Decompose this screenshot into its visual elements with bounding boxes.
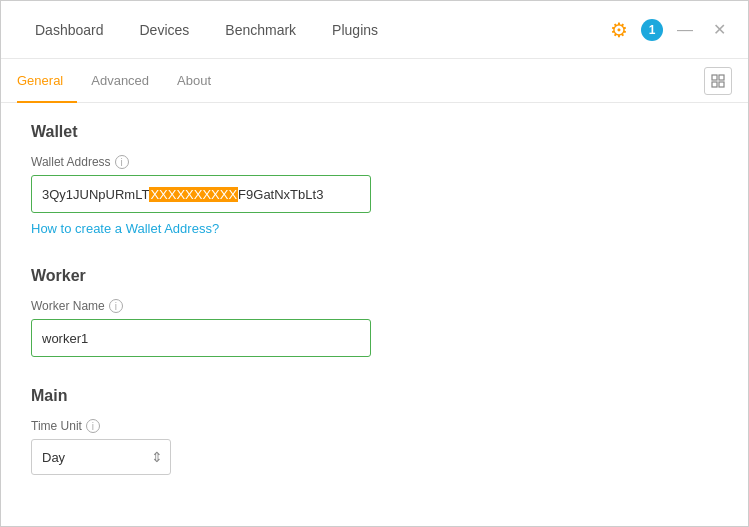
title-bar: Dashboard Devices Benchmark Plugins ⚙ 1 …	[1, 1, 748, 59]
worker-name-input[interactable]	[31, 319, 371, 357]
grid-view-button[interactable]	[704, 67, 732, 95]
content-area: Wallet Wallet Address i 3Qy1JUNpURmLTXXX…	[1, 103, 748, 526]
nav-items: Dashboard Devices Benchmark Plugins	[17, 1, 605, 59]
tab-general[interactable]: General	[17, 59, 77, 103]
tab-advanced[interactable]: Advanced	[77, 59, 163, 103]
create-wallet-link[interactable]: How to create a Wallet Address?	[31, 221, 219, 236]
time-unit-info-icon[interactable]: i	[86, 419, 100, 433]
time-unit-select-wrapper: Day Hour Week ⇕	[31, 439, 171, 475]
nav-item-plugins[interactable]: Plugins	[314, 1, 396, 59]
settings-button[interactable]: ⚙	[605, 16, 633, 44]
wallet-section-title: Wallet	[31, 123, 718, 141]
gear-icon: ⚙	[610, 18, 628, 42]
wallet-section: Wallet Wallet Address i 3Qy1JUNpURmLTXXX…	[31, 123, 718, 237]
svg-rect-3	[719, 82, 724, 87]
main-section-title: Main	[31, 387, 718, 405]
worker-section: Worker Worker Name i	[31, 267, 718, 357]
nav-item-benchmark[interactable]: Benchmark	[207, 1, 314, 59]
worker-name-info-icon[interactable]: i	[109, 299, 123, 313]
svg-rect-2	[712, 82, 717, 87]
content-scroll[interactable]: Wallet Wallet Address i 3Qy1JUNpURmLTXXX…	[1, 103, 748, 526]
svg-rect-0	[712, 75, 717, 80]
worker-section-title: Worker	[31, 267, 718, 285]
wallet-address-display[interactable]: 3Qy1JUNpURmLTXXXXXXXXXXF9GatNxTbLt3	[31, 175, 371, 213]
time-unit-select[interactable]: Day Hour Week	[31, 439, 171, 475]
title-bar-actions: ⚙ 1 — ✕	[605, 16, 732, 44]
tab-bar: General Advanced About	[1, 59, 748, 103]
wallet-address-info-icon[interactable]: i	[115, 155, 129, 169]
grid-icon	[711, 74, 725, 88]
close-button[interactable]: ✕	[707, 18, 732, 42]
wallet-highlight: XXXXXXXXXX	[149, 187, 238, 202]
wallet-prefix: 3Qy1JUNpURmLT	[42, 187, 149, 202]
time-unit-label: Time Unit i	[31, 419, 718, 433]
worker-name-label: Worker Name i	[31, 299, 718, 313]
notification-badge[interactable]: 1	[641, 19, 663, 41]
nav-item-dashboard[interactable]: Dashboard	[17, 1, 122, 59]
tab-about[interactable]: About	[163, 59, 225, 103]
main-section: Main Time Unit i Day Hour Week ⇕	[31, 387, 718, 475]
wallet-suffix: F9GatNxTbLt3	[238, 187, 323, 202]
minimize-button[interactable]: —	[671, 18, 699, 42]
nav-item-devices[interactable]: Devices	[122, 1, 208, 59]
svg-rect-1	[719, 75, 724, 80]
wallet-address-label: Wallet Address i	[31, 155, 718, 169]
main-window: Dashboard Devices Benchmark Plugins ⚙ 1 …	[0, 0, 749, 527]
